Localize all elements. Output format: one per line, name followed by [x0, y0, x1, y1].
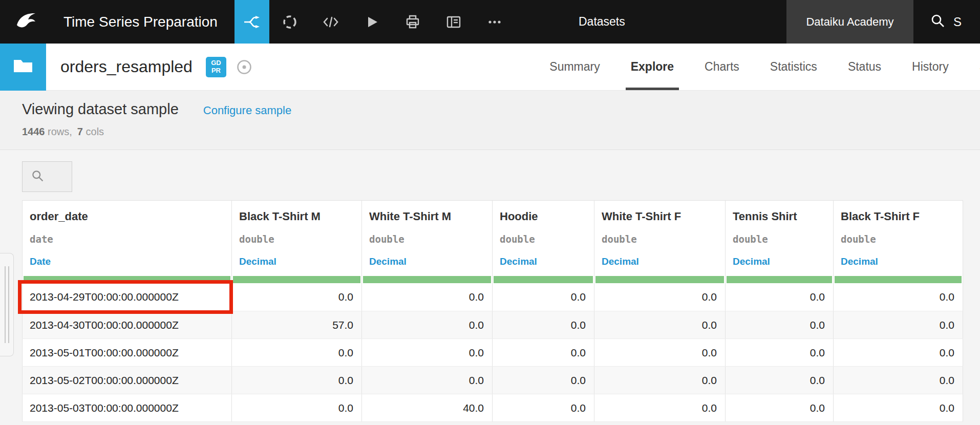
cell-value[interactable]: 0.0	[594, 339, 726, 367]
cell-value[interactable]: 0.0	[493, 394, 594, 422]
cell-order-date[interactable]: 2013-05-03T00:00:00.000000Z	[23, 394, 232, 422]
column-meaning-link[interactable]: Decimal	[369, 256, 407, 267]
code-icon[interactable]	[310, 0, 351, 44]
column-meaning-link[interactable]: Decimal	[239, 256, 276, 267]
cell-value[interactable]: 0.0	[594, 284, 726, 311]
cell-value[interactable]: 57.0	[232, 311, 362, 339]
tab-status[interactable]: Status	[847, 44, 882, 90]
flow-icon[interactable]	[235, 0, 269, 44]
column-meaning-link[interactable]: Decimal	[500, 256, 537, 267]
more-icon[interactable]	[474, 0, 515, 44]
column-name: Hoodie	[500, 210, 594, 223]
dataiku-academy-button[interactable]: Dataiku Academy	[786, 0, 913, 44]
cell-value[interactable]: 0.0	[594, 367, 726, 394]
tab-charts[interactable]: Charts	[704, 44, 740, 90]
cell-value[interactable]: 0.0	[726, 311, 834, 339]
column-header-black-t-shirt-f[interactable]: Black T-Shirt FdoubleDecimal	[834, 201, 963, 275]
tab-summary[interactable]: Summary	[548, 44, 601, 90]
search-icon	[930, 13, 945, 31]
cell-value[interactable]: 0.0	[834, 339, 963, 367]
validity-bar-cell	[362, 275, 493, 284]
column-header-hoodie[interactable]: HoodiedoubleDecimal	[493, 201, 594, 275]
nav-section-datasets[interactable]: Datasets	[579, 0, 625, 44]
column-meaning-link[interactable]: Date	[30, 256, 51, 267]
cell-value[interactable]: 0.0	[362, 311, 493, 339]
cell-value[interactable]: 0.0	[232, 394, 362, 422]
column-meaning-link[interactable]: Decimal	[602, 256, 639, 267]
tab-history[interactable]: History	[911, 44, 950, 90]
dataset-tabs: SummaryExploreChartsStatisticsStatusHist…	[548, 44, 980, 90]
table-body: 2013-04-29T00:00:00.000000Z0.00.00.00.00…	[23, 284, 963, 422]
table-search-input[interactable]	[22, 161, 72, 192]
column-validity-bar	[595, 276, 724, 283]
cell-value[interactable]: 0.0	[726, 284, 834, 311]
cell-order-date[interactable]: 2013-05-01T00:00:00.000000Z	[23, 339, 232, 367]
column-header-white-t-shirt-f[interactable]: White T-Shirt FdoubleDecimal	[594, 201, 726, 275]
dashed-circle-icon[interactable]	[269, 0, 310, 44]
dashboard-icon[interactable]	[433, 0, 474, 44]
search-label-partial: S	[953, 15, 962, 29]
cell-value[interactable]: 0.0	[493, 367, 594, 394]
column-validity-bar	[727, 276, 832, 283]
cell-value[interactable]: 0.0	[726, 339, 834, 367]
table-row: 2013-04-30T00:00:00.000000Z57.00.00.00.0…	[23, 311, 963, 339]
column-header-black-t-shirt-m[interactable]: Black T-Shirt MdoubleDecimal	[232, 201, 362, 275]
column-storage-type: double	[841, 233, 963, 245]
grip-icon	[8, 266, 9, 343]
column-meaning-link[interactable]: Decimal	[841, 256, 878, 267]
folder-icon	[11, 54, 35, 80]
validity-bar-cell	[232, 275, 362, 284]
top-navbar: Time Series Preparation	[0, 0, 980, 44]
sample-heading: Viewing dataset sample	[22, 101, 179, 118]
explore-panel: order_datedateDateBlack T-Shirt MdoubleD…	[0, 150, 980, 425]
cell-value[interactable]: 0.0	[362, 367, 493, 394]
dataset-title: orders_resampled	[60, 57, 193, 76]
printer-icon[interactable]	[392, 0, 433, 44]
column-header-order-date[interactable]: order_datedateDate	[23, 201, 232, 275]
cell-value[interactable]: 0.0	[493, 339, 594, 367]
global-search[interactable]: S	[913, 0, 980, 44]
column-storage-type: double	[733, 233, 833, 245]
column-name: Black T-Shirt M	[239, 210, 361, 223]
column-storage-type: double	[602, 233, 725, 245]
validity-bar-cell	[23, 275, 232, 284]
nav-section-label: Datasets	[579, 15, 625, 29]
tab-statistics[interactable]: Statistics	[769, 44, 818, 90]
column-meaning-link[interactable]: Decimal	[733, 256, 770, 267]
cell-value[interactable]: 0.0	[362, 284, 493, 311]
cell-value[interactable]: 0.0	[232, 339, 362, 367]
gdpr-badge: GD PR	[206, 57, 226, 77]
column-header-tennis-shirt[interactable]: Tennis ShirtdoubleDecimal	[726, 201, 834, 275]
dataset-folder-tile[interactable]	[0, 44, 46, 91]
navigator-compass-icon[interactable]	[236, 58, 253, 76]
table-row: 2013-04-29T00:00:00.000000Z0.00.00.00.00…	[23, 284, 963, 311]
left-panel-handle[interactable]	[0, 253, 14, 356]
project-title[interactable]: Time Series Preparation	[51, 0, 235, 44]
column-header-white-t-shirt-m[interactable]: White T-Shirt MdoubleDecimal	[362, 201, 493, 275]
cell-order-date[interactable]: 2013-04-30T00:00:00.000000Z	[23, 311, 232, 339]
cell-value[interactable]: 0.0	[726, 394, 834, 422]
dataiku-bird-logo[interactable]	[0, 0, 51, 44]
cell-value[interactable]: 0.0	[493, 284, 594, 311]
cell-value[interactable]: 0.0	[232, 367, 362, 394]
cell-value[interactable]: 0.0	[834, 367, 963, 394]
cell-value[interactable]: 0.0	[493, 311, 594, 339]
configure-sample-link[interactable]: Configure sample	[203, 104, 291, 117]
table-row: 2013-05-03T00:00:00.000000Z0.040.00.00.0…	[23, 394, 963, 422]
tab-s[interactable]: S	[978, 44, 980, 90]
play-icon[interactable]	[351, 0, 392, 44]
cell-value[interactable]: 0.0	[726, 367, 834, 394]
cell-value[interactable]: 40.0	[362, 394, 493, 422]
cell-value[interactable]: 0.0	[594, 394, 726, 422]
cell-order-date[interactable]: 2013-05-02T00:00:00.000000Z	[23, 367, 232, 394]
cell-order-date[interactable]: 2013-04-29T00:00:00.000000Z	[23, 284, 232, 311]
bird-icon	[14, 9, 37, 35]
cell-value[interactable]: 0.0	[834, 284, 963, 311]
cell-value[interactable]: 0.0	[362, 339, 493, 367]
col-count: 7	[77, 126, 83, 137]
cell-value[interactable]: 0.0	[594, 311, 726, 339]
cell-value[interactable]: 0.0	[834, 311, 963, 339]
tab-explore[interactable]: Explore	[630, 44, 675, 90]
cell-value[interactable]: 0.0	[232, 284, 362, 311]
cell-value[interactable]: 0.0	[834, 394, 963, 422]
